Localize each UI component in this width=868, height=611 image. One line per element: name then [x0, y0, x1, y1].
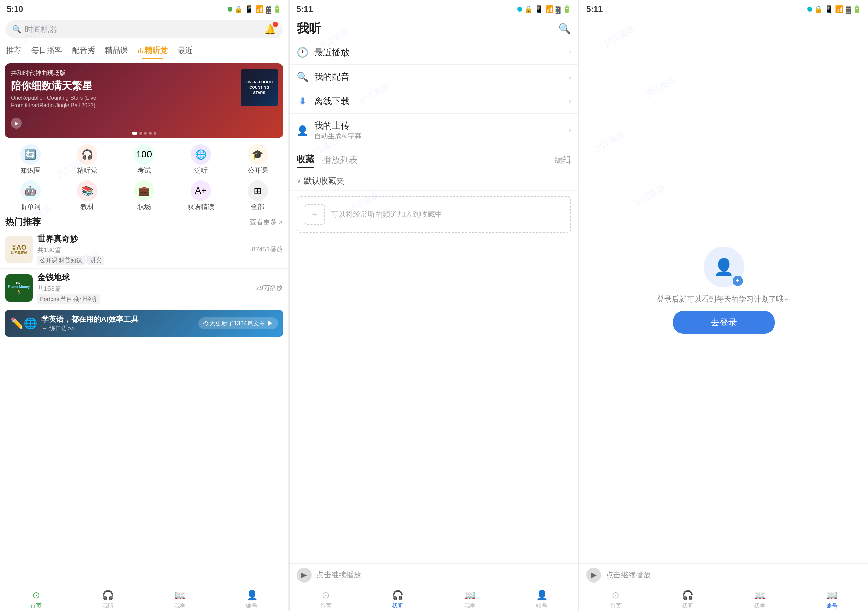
jingtingdang-label: 精听党	[77, 166, 97, 175]
mini-play-button-mid[interactable]: ▶	[297, 567, 312, 583]
mini-player-right[interactable]: ▶ 点击继续播放	[580, 563, 868, 586]
status-time-right: 5:11	[586, 5, 603, 14]
nav-account-right[interactable]: 📖 账号	[796, 590, 868, 609]
feature-tingdanci[interactable]: 🤖 听单词	[3, 179, 58, 213]
search-button-mid[interactable]: 🔍	[558, 23, 571, 34]
lock-icon-mid: 🔒	[524, 5, 533, 13]
status-bar-right: 5:11 🔒 📱 📶 ▓ 🔋	[580, 0, 868, 17]
tab-dubbing[interactable]: 配音秀	[70, 42, 97, 59]
bottom-nav-right: ⊙ 首页 🎧 我听 📖 我学 📖 账号	[580, 586, 868, 611]
banner-play-button[interactable]: ▶	[11, 118, 22, 129]
feature-jingtingdang[interactable]: 🎧 精听党	[60, 142, 115, 177]
add-channel-button[interactable]: + 可以将经常听的频道加入到收藏中	[297, 196, 571, 233]
zhichang-icon: 💼	[134, 180, 154, 201]
tab-recommend[interactable]: 推荐	[4, 42, 24, 59]
screen-icon-right: 📱	[825, 5, 833, 13]
podcast-item-2[interactable]: npr Planet Money 🏃 金钱地球 共153篇 Podcast节目·…	[0, 269, 288, 307]
left-panel: 沪江英语 沪江英语 沪江英语 沪江英语 沪江英语 沪江英语 5:10 🔒 📱 📶…	[0, 0, 288, 611]
tab-playlist[interactable]: 播放列表	[322, 153, 358, 167]
hot-section-header: 热门推荐 查看更多 >	[0, 215, 288, 230]
status-icons-mid: 🔒 📱 📶 ▓ 🔋	[518, 5, 571, 13]
menu-upload[interactable]: 👤 我的上传 自动生成AI字幕 ›	[290, 113, 578, 147]
signal-icon-left: ▓	[266, 5, 271, 13]
login-tip: 登录后就可以看到每天的学习计划了哦～	[657, 294, 791, 304]
study-icon-mid: 📖	[464, 590, 476, 601]
tab-recent[interactable]: 最近	[175, 42, 195, 59]
tab-premium[interactable]: 精品课	[103, 42, 130, 59]
home-label-left: 首页	[30, 602, 42, 609]
podcast-title-2: 金钱地球	[37, 272, 251, 283]
nav-listen-left[interactable]: 🎧 我听	[72, 590, 144, 609]
menu-offline[interactable]: ⬇ 离线下载 ›	[290, 89, 578, 113]
tab-jingting[interactable]: 精听党	[136, 42, 170, 59]
nav-listen-mid[interactable]: 🎧 我听	[362, 590, 434, 609]
nav-home-right[interactable]: ⊙ 首页	[580, 590, 652, 609]
menu-my-dubbing[interactable]: 🔍 我的配音 ›	[290, 65, 578, 89]
ai-banner-sub: → 练口语>>	[41, 324, 194, 333]
see-more-button[interactable]: 查看更多 >	[250, 218, 282, 227]
podcast-item-1[interactable]: ©AO 世界真奇妙 世界真奇妙 共130篇 公开课·科普知识 讲义 87451播…	[0, 230, 288, 269]
tab-daily[interactable]: 每日播客	[29, 42, 64, 59]
podcast-plays-2: 29万播放	[256, 284, 283, 292]
nav-home-left[interactable]: ⊙ 首页	[0, 590, 72, 609]
mini-player-mid[interactable]: ▶ 点击继续播放	[290, 563, 578, 586]
ai-banner-title: 学英语，都在用的AI效率工具	[41, 314, 194, 324]
search-bar[interactable]: 🔍 时间机器 🔔	[5, 20, 283, 38]
audio-bars-icon	[138, 48, 143, 53]
feature-shuangyujingdu[interactable]: A+ 双语精读	[173, 179, 229, 213]
podcast-tag-1b: 讲义	[87, 256, 104, 265]
nav-study-right[interactable]: 📖 我学	[724, 590, 796, 609]
home-label-right: 首页	[610, 602, 622, 609]
account-icon-left: 👤	[246, 590, 258, 601]
add-channel-text: 可以将经常听的频道加入到收藏中	[330, 209, 442, 219]
ai-banner[interactable]: ✏️🌐 学英语，都在用的AI效率工具 → 练口语>> 今天更新了1324篇文章 …	[5, 310, 284, 337]
listen-label-left: 我听	[102, 602, 114, 609]
arrow-icon-2: ›	[569, 73, 571, 81]
tab-collect[interactable]: 收藏	[297, 152, 314, 168]
feature-gongkaike[interactable]: 🎓 公开课	[230, 142, 285, 177]
status-dot-right	[807, 7, 812, 11]
nav-listen-right[interactable]: 🎧 我听	[652, 590, 724, 609]
listen-label-right: 我听	[682, 602, 693, 609]
podcast-count-1: 共130篇	[37, 246, 247, 255]
hero-banner[interactable]: 共和时代神曲现场版 陪你细数满天繁星 OneRepublic - Countin…	[5, 64, 284, 138]
podcast-count-2: 共153篇	[37, 284, 251, 293]
search-icon-left: 🔍	[12, 25, 22, 34]
banner-dot-4	[149, 132, 152, 135]
study-icon-left: 📖	[174, 590, 186, 601]
menu-recent-plays[interactable]: 🕐 最近播放 ›	[290, 40, 578, 65]
study-label-left: 我学	[174, 602, 186, 609]
feature-kaoshi[interactable]: 100 考试	[116, 142, 172, 177]
default-folder[interactable]: ∨ 默认收藏夹	[290, 171, 578, 191]
edit-button[interactable]: 编辑	[555, 154, 571, 165]
wifi-icon-right: 📶	[835, 5, 843, 13]
nav-study-mid[interactable]: 📖 我学	[434, 590, 506, 609]
lock-icon: 🔒	[234, 5, 243, 13]
feature-fanting[interactable]: 🌐 泛听	[173, 142, 229, 177]
feature-zhichang[interactable]: 💼 职场	[116, 179, 172, 213]
folder-name: 默认收藏夹	[304, 176, 344, 186]
nav-home-mid[interactable]: ⊙ 首页	[290, 590, 362, 609]
nav-account-mid[interactable]: 👤 账号	[506, 590, 578, 609]
bell-button[interactable]: 🔔	[264, 24, 276, 35]
ai-banner-update[interactable]: 今天更新了1324篇文章 ▶	[198, 317, 278, 330]
right-panel: 沪江英语 沪江英语 沪江英语 沪江英语 5:11 🔒 📱 📶 ▓ 🔋 👤 + 登…	[580, 0, 868, 611]
mini-play-button-right[interactable]: ▶	[586, 567, 601, 583]
study-label-mid: 我学	[464, 602, 476, 609]
study-icon-right: 📖	[754, 590, 766, 601]
signal-icon-right: ▓	[846, 5, 851, 13]
account-label-left: 账号	[246, 602, 258, 609]
arrow-icon-1: ›	[569, 48, 571, 57]
feature-zhishiquan[interactable]: 🔄 知识圈	[3, 142, 58, 177]
podcast-plays-1: 87451播放	[252, 245, 283, 254]
nav-account-left[interactable]: 👤 账号	[216, 590, 288, 609]
battery-icon-right: 🔋	[853, 5, 861, 13]
login-button[interactable]: 去登录	[673, 311, 775, 334]
nav-study-left[interactable]: 📖 我学	[144, 590, 216, 609]
clock-icon: 🕐	[297, 47, 309, 58]
home-icon-left: ⊙	[32, 590, 40, 601]
recent-plays-label: 最近播放	[314, 47, 563, 58]
feature-all[interactable]: ⊞ 全部	[230, 179, 285, 213]
feature-jiaocai[interactable]: 📚 教材	[60, 179, 115, 213]
wifi-icon-left: 📶	[255, 5, 264, 13]
